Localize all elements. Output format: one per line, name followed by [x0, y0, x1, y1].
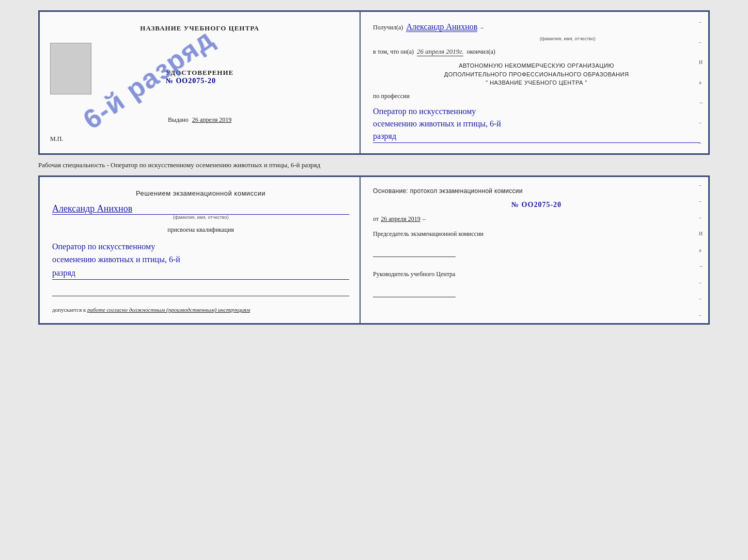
profession-line1: Оператор по искусственному: [373, 105, 700, 118]
person-name-subtitle: (фамилия, имя, отчество): [52, 215, 349, 220]
org-block: АВТОНОМНУЮ НЕКОММЕРЧЕСКУЮ ОРГАНИЗАЦИЮ ДО…: [373, 61, 700, 87]
date-from-label: от: [373, 215, 379, 223]
org-line2: ДОПОЛНИТЕЛЬНОГО ПРОФЕССИОНАЛЬНОГО ОБРАЗО…: [373, 70, 700, 79]
cert-title: УДОСТОВЕРЕНИЕ: [166, 69, 233, 77]
cert-title-block: УДОСТОВЕРЕНИЕ № OO2075-20: [166, 69, 233, 85]
qualification-label: присвоена квалификация: [52, 226, 349, 234]
chairman-signature-line: [373, 247, 456, 257]
decision-title: Решением экзаменационной комиссии: [52, 189, 349, 197]
right-dashes-bottom: – – – И а ← – – –: [699, 177, 704, 324]
top-cert-right-panel: Получил(а) Александр Анихнов – (фамилия,…: [361, 12, 708, 153]
person-name-block: Александр Анихнов (фамилия, имя, отчеств…: [52, 203, 349, 220]
received-name: Александр Анихнов: [406, 22, 477, 32]
profession-label: по профессии: [373, 92, 700, 100]
bottom-certificate: Решением экзаменационной комиссии Алекса…: [38, 175, 710, 325]
received-line: Получил(а) Александр Анихнов –: [373, 22, 700, 32]
bottom-cert-left: Решением экзаменационной комиссии Алекса…: [40, 177, 361, 324]
bottom-cert-right: Основание: протокол экзаменационной коми…: [361, 177, 708, 324]
document-wrapper: НАЗВАНИЕ УЧЕБНОГО ЦЕНТРА 6-й разряд УДОС…: [38, 10, 710, 325]
qual-line2: осеменению животных и птицы, 6-й: [52, 253, 349, 266]
dash1: –: [480, 24, 484, 31]
person-name: Александр Анихнов: [52, 203, 349, 215]
qual-line3: разряд: [52, 266, 349, 280]
admitted-intro: допускается к: [52, 307, 86, 313]
right-dashes: – – И а ← – –: [699, 12, 704, 153]
mp-line: М.П.: [50, 130, 63, 143]
qualification-text: Оператор по искусственному осеменению жи…: [52, 240, 349, 280]
date-from-value: 26 апреля 2019: [381, 215, 420, 223]
qual-line1: Оператор по искусственному: [52, 240, 349, 253]
director-signature-line: [373, 287, 456, 297]
chairman-label: Председатель экзаменационной комиссии: [373, 229, 700, 238]
cert-number: № OO2075-20: [166, 77, 233, 85]
org-line3: " НАЗВАНИЕ УЧЕБНОГО ЦЕНТРА ": [373, 78, 700, 87]
top-certificate: НАЗВАНИЕ УЧЕБНОГО ЦЕНТРА 6-й разряд УДОС…: [38, 10, 710, 155]
org-line1: АВТОНОМНУЮ НЕКОММЕРЧЕСКУЮ ОРГАНИЗАЦИЮ: [373, 61, 700, 70]
issued-date: 26 апреля 2019: [192, 116, 231, 123]
received-label: Получил(а): [373, 24, 403, 31]
profession-text: Оператор по искусственному осеменению жи…: [373, 105, 700, 143]
photo-placeholder: [50, 43, 91, 94]
issued-line: Выдано 26 апреля 2019: [168, 116, 231, 124]
director-label: Руководитель учебного Центра: [373, 269, 700, 279]
middle-label: Рабочая специальность - Оператор по иску…: [38, 159, 320, 171]
top-cert-left-panel: НАЗВАНИЕ УЧЕБНОГО ЦЕНТРА 6-й разряд УДОС…: [40, 12, 361, 153]
date-from-line: от 26 апреля 2019 –: [373, 215, 700, 223]
date-line: в том, что он(а) 26 апреля 2019г. окончи…: [373, 47, 700, 56]
date-intro: в том, что он(а): [373, 48, 414, 56]
underline1: [52, 286, 349, 296]
org-name-top: НАЗВАНИЕ УЧЕБНОГО ЦЕНТРА: [140, 24, 259, 33]
date-value: 26 апреля 2019г.: [417, 47, 463, 56]
finished-word: окончил(а): [466, 48, 495, 56]
protocol-number: № OO2075-20: [373, 201, 700, 209]
profession-line3: разряд: [373, 130, 700, 142]
issued-label: Выдано: [168, 116, 189, 123]
admitted-line: допускается к работе согласно должностны…: [52, 307, 349, 313]
profession-line2: осеменению животных и птицы, 6-й: [373, 118, 700, 130]
name-subtitle-top: (фамилия, имя, отчество): [540, 36, 596, 41]
basis-title: Основание: протокол экзаменационной коми…: [373, 187, 700, 195]
admitted-text: работе согласно должностным (производств…: [87, 307, 250, 313]
